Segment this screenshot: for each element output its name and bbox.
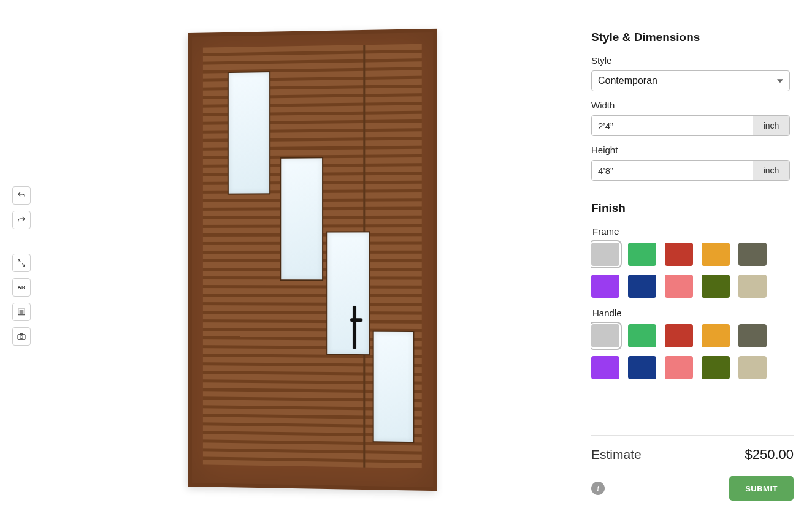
- handle-swatch-red[interactable]: [665, 324, 693, 347]
- list-icon: [17, 307, 26, 317]
- width-label: Width: [591, 100, 790, 110]
- width-field: inch: [591, 115, 790, 136]
- handle-swatch-dark-olive[interactable]: [702, 356, 730, 379]
- door-render: [188, 28, 437, 490]
- svg-point-5: [20, 335, 23, 338]
- handle-swatch-olive-gray[interactable]: [738, 324, 767, 347]
- width-unit[interactable]: inch: [753, 116, 789, 135]
- camera-icon: [17, 331, 26, 341]
- left-toolbar: AR: [0, 0, 43, 519]
- frame-swatch-purple[interactable]: [591, 275, 619, 298]
- height-label: Height: [591, 145, 790, 155]
- handle-swatch-khaki[interactable]: [738, 356, 767, 379]
- handle-swatch-orange[interactable]: [702, 324, 730, 347]
- frame-swatch-light-gray[interactable]: [591, 243, 619, 266]
- config-panel: Style & Dimensions Style Contemporan Wid…: [579, 0, 812, 519]
- list-button[interactable]: [12, 303, 31, 321]
- frame-swatch-olive-gray[interactable]: [738, 243, 767, 266]
- frame-swatch-green[interactable]: [628, 243, 656, 266]
- camera-button[interactable]: [12, 327, 31, 346]
- estimate-label: Estimate: [591, 447, 642, 462]
- handle-swatch-purple[interactable]: [591, 356, 619, 379]
- handle-swatch-grid: [591, 324, 790, 379]
- style-select-value: Contemporan: [598, 75, 657, 86]
- redo-button[interactable]: [12, 211, 31, 229]
- redo-icon: [17, 215, 26, 225]
- width-input[interactable]: [592, 116, 753, 135]
- style-label: Style: [591, 55, 790, 66]
- fullscreen-icon: [17, 258, 26, 268]
- frame-swatch-dark-olive[interactable]: [702, 275, 730, 298]
- submit-button[interactable]: SUBMIT: [729, 476, 794, 501]
- ar-icon: AR: [18, 284, 26, 290]
- fullscreen-button[interactable]: [12, 254, 31, 272]
- frame-swatch-navy[interactable]: [628, 275, 656, 298]
- estimate-value: $250.00: [745, 447, 794, 463]
- handle-swatch-light-gray[interactable]: [591, 324, 619, 347]
- height-unit[interactable]: inch: [753, 161, 789, 180]
- frame-swatch-khaki[interactable]: [738, 275, 767, 298]
- handle-label: Handle: [592, 308, 790, 318]
- section-finish: Finish: [591, 202, 790, 215]
- frame-label: Frame: [592, 226, 790, 237]
- info-icon[interactable]: i: [591, 482, 605, 495]
- handle-swatch-navy[interactable]: [628, 356, 656, 379]
- style-select[interactable]: Contemporan: [591, 70, 790, 91]
- chevron-down-icon: [777, 79, 783, 83]
- height-input[interactable]: [592, 161, 753, 180]
- handle-swatch-coral[interactable]: [665, 356, 693, 379]
- undo-button[interactable]: [12, 186, 31, 205]
- door-handle-render: [350, 305, 359, 349]
- frame-swatch-grid: [591, 243, 790, 298]
- frame-swatch-coral[interactable]: [665, 275, 693, 298]
- height-field: inch: [591, 160, 790, 181]
- svg-rect-4: [18, 334, 25, 339]
- frame-swatch-orange[interactable]: [702, 243, 730, 266]
- panel-footer: Estimate $250.00 i SUBMIT: [591, 435, 794, 501]
- section-style-dimensions: Style & Dimensions: [591, 31, 790, 44]
- frame-swatch-red[interactable]: [665, 243, 693, 266]
- product-preview[interactable]: [43, 0, 579, 519]
- handle-swatch-green[interactable]: [628, 324, 656, 347]
- ar-button[interactable]: AR: [12, 278, 31, 297]
- config-scroll[interactable]: Style & Dimensions Style Contemporan Wid…: [591, 31, 794, 425]
- undo-icon: [17, 191, 26, 200]
